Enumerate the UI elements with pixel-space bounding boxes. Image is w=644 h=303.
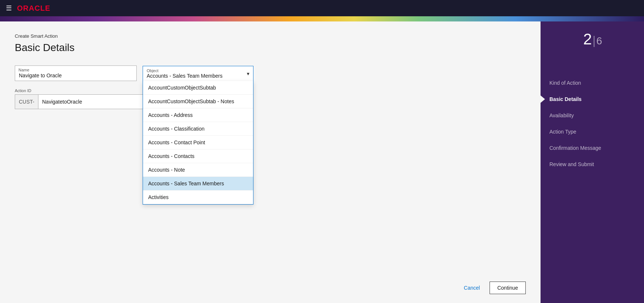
nav-step-review-submit[interactable]: Review and Submit	[541, 156, 644, 172]
nav-step-basic-details[interactable]: Basic Details	[541, 91, 644, 107]
action-id-row: CUST-	[15, 94, 526, 109]
form-row-name-object: Name Object Accounts - Sales Team Member…	[15, 65, 526, 81]
content-area: Create Smart Action Basic Details Name O…	[0, 21, 541, 303]
main-container: Create Smart Action Basic Details Name O…	[0, 21, 644, 303]
top-navbar: ☰ ORACLE	[0, 0, 644, 16]
cancel-button[interactable]: Cancel	[458, 282, 486, 294]
step-current: 2	[583, 30, 591, 48]
object-dropdown-list[interactable]: AccountCustomObjectSubtab AccountCustomO…	[143, 81, 253, 205]
nav-step-action-type[interactable]: Action Type	[541, 124, 644, 140]
dropdown-item-1[interactable]: AccountCustomObjectSubtab - Notes	[143, 95, 253, 108]
nav-step-label-5: Review and Submit	[549, 161, 594, 167]
step-counter: 2|6	[583, 30, 601, 48]
object-selected-value: Accounts - Sales Team Members	[147, 73, 222, 79]
nav-step-label-4: Confirmation Message	[549, 145, 601, 151]
dropdown-item-3[interactable]: Accounts - Classification	[143, 122, 253, 136]
name-field-wrapper: Name	[15, 65, 137, 81]
continue-button[interactable]: Continue	[490, 282, 526, 294]
step-total: 6	[596, 35, 602, 47]
action-id-input[interactable]	[38, 94, 145, 109]
page-label: Create Smart Action	[15, 33, 526, 39]
step-divider: |	[593, 34, 595, 47]
oracle-logo: ORACLE	[17, 4, 50, 13]
name-input[interactable]	[15, 65, 137, 81]
nav-step-availability[interactable]: Availability	[541, 107, 644, 124]
object-field-wrapper: Object Accounts - Sales Team Members ▾ A…	[143, 66, 253, 81]
action-id-prefix: CUST-	[15, 94, 38, 109]
dropdown-item-8[interactable]: Activities	[143, 191, 253, 204]
decorative-banner	[0, 16, 644, 21]
dropdown-item-2[interactable]: Accounts - Address	[143, 108, 253, 122]
action-id-label: Action ID	[15, 88, 526, 93]
step-indicator: 2|6	[541, 30, 644, 48]
right-sidebar: 2|6 Kind of Action Basic Details Availab…	[541, 21, 644, 303]
dropdown-item-5[interactable]: Accounts - Contacts	[143, 149, 253, 163]
nav-step-label-1: Basic Details	[549, 96, 582, 102]
object-label: Object	[147, 68, 159, 73]
action-id-section: Action ID CUST-	[15, 88, 526, 117]
dropdown-item-4[interactable]: Accounts - Contact Point	[143, 136, 253, 149]
dropdown-item-0[interactable]: AccountCustomObjectSubtab	[143, 81, 253, 95]
nav-step-kind-of-action[interactable]: Kind of Action	[541, 75, 644, 91]
object-select-display[interactable]: Object Accounts - Sales Team Members ▾	[143, 66, 253, 81]
nav-steps: Kind of Action Basic Details Availabilit…	[541, 75, 644, 172]
page-title: Basic Details	[15, 42, 526, 54]
nav-step-label-3: Action Type	[549, 129, 576, 135]
footer-buttons: Cancel Continue	[458, 282, 526, 294]
nav-step-label-0: Kind of Action	[549, 80, 581, 86]
dropdown-item-7[interactable]: Accounts - Sales Team Members	[143, 177, 253, 191]
nav-step-label-2: Availability	[549, 112, 574, 118]
dropdown-arrow-icon: ▾	[247, 71, 249, 77]
nav-step-confirmation-message[interactable]: Confirmation Message	[541, 140, 644, 156]
dropdown-item-6[interactable]: Accounts - Note	[143, 163, 253, 177]
menu-icon[interactable]: ☰	[6, 4, 12, 12]
